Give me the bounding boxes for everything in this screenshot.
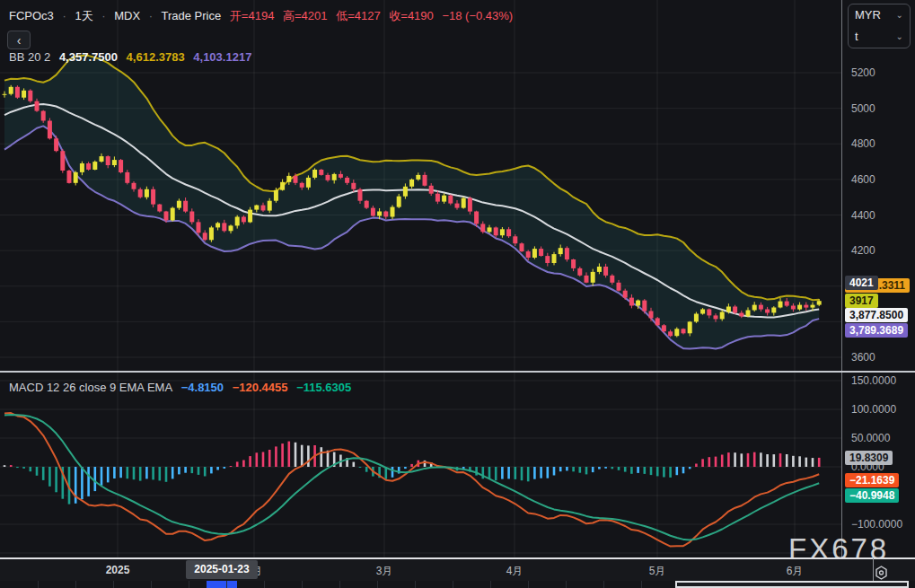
change-value: −18 (−0.43%) xyxy=(442,9,513,22)
close-value: 4190 xyxy=(408,9,434,22)
bb-legend[interactable]: BB 20 2 4,357.7500 4,612.3783 4,103.1217 xyxy=(9,50,257,64)
macd-legend-title[interactable]: MACD 12 26 close 9 EMA EMA xyxy=(9,381,172,394)
axis-tick-label: 150.0000 xyxy=(851,374,896,387)
currency-dropdown[interactable]: MYR ⌄ xyxy=(849,4,910,26)
axis-tick-label: 100.0000 xyxy=(851,403,896,416)
interval-label[interactable]: 1天 xyxy=(75,9,92,22)
low-value: 4127 xyxy=(355,9,381,22)
axis-settings-icon[interactable] xyxy=(870,565,893,581)
open-label: 开= xyxy=(230,9,249,22)
macd-signal-value: −115.6305 xyxy=(296,381,351,394)
axis-tick-label: 4600 xyxy=(851,173,875,186)
last-price-label: 3917 xyxy=(845,294,878,308)
bb-upper-value: 4,612.3783 xyxy=(127,50,185,64)
high-value: 4201 xyxy=(302,9,328,22)
bb-legend-title[interactable]: BB 20 2 xyxy=(9,50,50,64)
macd-legend[interactable]: MACD 12 26 close 9 EMA EMA −4.8150 −120.… xyxy=(9,381,356,394)
bottom-scroll-strip[interactable] xyxy=(0,581,915,588)
axis-tick-label: 3600 xyxy=(851,351,875,364)
symbol-legend[interactable]: FCPOc3 · 1天 · MDX · Trade Price 开=4194 高… xyxy=(9,8,518,24)
strip-segment-divider xyxy=(641,581,642,588)
bb-basis-value: 4,357.7500 xyxy=(59,50,118,64)
price-axis[interactable]: MYR ⌄ t ⌄ 520050004800460044004200360015… xyxy=(842,0,915,581)
time-tick-5月: 5月 xyxy=(649,564,666,579)
time-tick-2025: 2025 xyxy=(106,564,130,576)
watermark: FX678 xyxy=(788,532,889,566)
strip-segment-divider xyxy=(75,581,76,588)
separator-dot: · xyxy=(101,9,105,22)
axis-tick-label: 4800 xyxy=(851,137,875,150)
strip-segment-divider xyxy=(151,581,152,588)
strip-segment-divider xyxy=(264,581,265,588)
close-label: 收= xyxy=(389,9,408,22)
pane-divider[interactable] xyxy=(0,371,915,373)
strip-segment-divider xyxy=(453,581,453,588)
high-label: 高= xyxy=(283,9,302,22)
crosshair-price-label: 4021 xyxy=(845,276,878,290)
series-type-label: Trade Price xyxy=(162,9,222,22)
strip-segment-divider xyxy=(302,581,303,588)
crosshair-date-label: 2025-01-23 xyxy=(186,560,258,579)
bb-lower-value: 4,103.1217 xyxy=(193,50,251,64)
strip-selection-box[interactable] xyxy=(675,581,909,588)
macd-line-value-label: −21.1639 xyxy=(845,473,899,487)
strip-segment-divider xyxy=(490,581,491,588)
unit-dropdown[interactable]: t ⌄ xyxy=(849,26,910,48)
symbol-name[interactable]: FCPOc3 xyxy=(9,9,54,22)
strip-segment-divider xyxy=(377,581,378,588)
currency-value: MYR xyxy=(855,4,881,26)
strip-segment-divider xyxy=(603,581,604,588)
exchange-label: MDX xyxy=(114,9,140,22)
currency-unit-selector: MYR ⌄ t ⌄ xyxy=(848,4,911,48)
strip-segment-divider xyxy=(113,581,114,588)
time-tick-3月: 3月 xyxy=(376,564,393,579)
chevron-down-icon: ⌄ xyxy=(896,4,903,26)
strip-active-segment[interactable] xyxy=(207,581,237,588)
separator-dot: · xyxy=(149,9,153,22)
axis-tick-label: 4400 xyxy=(851,209,875,222)
time-tick-4月: 4月 xyxy=(506,564,523,579)
unit-value: t xyxy=(855,26,858,48)
chart-window: FCPOc3 · 1天 · MDX · Trade Price 开=4194 高… xyxy=(0,0,915,588)
axis-tick-label: −100.0000 xyxy=(851,518,902,531)
bb-lower-value-label: 3,789.3689 xyxy=(845,323,908,338)
macd-hist-value-label: 19.8309 xyxy=(845,451,893,465)
macd-line-value: −120.4455 xyxy=(233,381,288,394)
back-button[interactable]: ‹ xyxy=(7,31,31,49)
strip-segment-divider xyxy=(339,581,340,588)
strip-segment-divider xyxy=(38,581,39,588)
strip-segment-divider xyxy=(566,581,567,588)
macd-signal-value-label: −40.9948 xyxy=(845,488,899,503)
axis-tick-label: 4200 xyxy=(851,244,875,257)
strip-segment-divider xyxy=(415,581,416,588)
macd-pane[interactable] xyxy=(0,373,841,557)
axis-tick-label: 5000 xyxy=(851,102,875,115)
open-value: 4194 xyxy=(248,9,274,22)
macd-chart-canvas[interactable] xyxy=(0,373,841,557)
axis-tick-label: 5200 xyxy=(851,66,875,79)
bb-basis-value-label: 3,877.8500 xyxy=(845,308,908,322)
separator-dot: · xyxy=(62,9,66,22)
low-label: 低= xyxy=(336,9,355,22)
strip-segment-divider xyxy=(226,581,227,588)
strip-segment-divider xyxy=(528,581,529,588)
axis-tick-label: 50.0000 xyxy=(851,432,890,444)
time-axis-border xyxy=(0,557,915,559)
macd-hist-value: −4.8150 xyxy=(181,381,224,394)
time-axis[interactable]: 2025-01-23 20252月3月4月5月6月 xyxy=(0,559,915,581)
strip-segment-divider xyxy=(189,581,189,588)
chevron-down-icon: ⌄ xyxy=(896,26,903,48)
